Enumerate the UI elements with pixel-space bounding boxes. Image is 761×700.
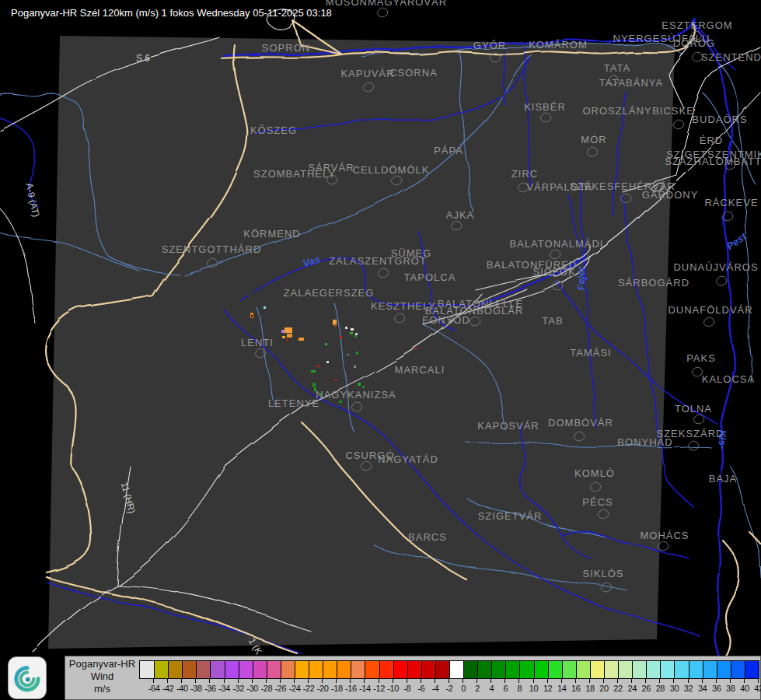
city-label: KOMÁROM: [529, 39, 588, 51]
scale-swatch: [548, 661, 562, 678]
scale-label: 42: [754, 684, 761, 693]
scale-label: -38: [190, 684, 202, 693]
city-label: SIÓFOK: [532, 266, 575, 278]
city-label: TATABÁNYA: [599, 77, 663, 89]
city-label: NAGYKANIZSA: [316, 389, 396, 401]
city-label: CSORNA: [389, 67, 438, 79]
scale-label: -64: [148, 684, 160, 693]
scale-label: -14: [359, 684, 371, 693]
echo-pixel: [350, 332, 353, 334]
scale-label: -36: [204, 684, 216, 693]
scale-swatch: [703, 661, 717, 678]
city-label: SZOMBATHELY: [253, 168, 336, 180]
city-label: BAJA: [709, 473, 738, 485]
city-label: LENTI: [241, 337, 274, 348]
legend-panel: Poganyvar-HR Wind m/s -64-42-40-38-36-34…: [65, 656, 761, 700]
echo-pixel: [355, 333, 358, 335]
city-label: KŐSZEG: [250, 124, 297, 136]
radar-viewer: MOSONMAGYARÓVÁRSOPRONKAPUVÁRCSORNAGYŐRKO…: [0, 0, 761, 700]
city-label: TAPOLCA: [404, 271, 456, 283]
legend-radar-name: Poganyvar-HR: [65, 658, 139, 670]
city-label: AJKA: [446, 209, 475, 221]
city-label: FONYÓD: [422, 314, 470, 326]
echo-pixel: [311, 370, 316, 373]
scale-swatch: [407, 661, 421, 678]
scale-swatch: [717, 661, 731, 678]
echo-pixel: [298, 338, 304, 341]
scale-swatch: [154, 661, 168, 678]
county-label: Fejér: [575, 266, 587, 291]
scale-label: -42: [162, 684, 174, 693]
city-label: SÁRBOGÁRD: [618, 277, 689, 289]
scale-swatch: [210, 661, 224, 678]
echo-pixel: [316, 366, 319, 367]
city-label: OROSZLÁNY: [582, 105, 651, 117]
scale-label: 10: [529, 684, 538, 693]
city-label: KISBÉR: [524, 101, 566, 113]
city-label: GÁRDONY: [642, 189, 699, 201]
city-label: SZENTGOTTHÁRD: [162, 243, 262, 255]
city-label: SZÁZHALOMBATTA: [665, 156, 761, 167]
scale-label: 26: [642, 684, 651, 693]
echo-pixel: [334, 380, 337, 381]
echo-pixel: [287, 334, 292, 338]
scale-swatch: [351, 661, 365, 678]
scale-swatch: [225, 661, 239, 678]
scale-label: -28: [260, 684, 272, 693]
city-label: DOMBÓVÁR: [548, 417, 613, 429]
scale-swatch: [196, 661, 210, 678]
scale-swatch: [463, 661, 477, 678]
scale-label: 6: [504, 684, 508, 693]
scale-label: 14: [557, 684, 566, 693]
radar-coverage-area: [48, 36, 675, 649]
radar-map[interactable]: MOSONMAGYARÓVÁRSOPRONKAPUVÁRCSORNAGYŐRKO…: [0, 0, 761, 700]
city-label: BONYHÁD: [617, 436, 672, 448]
scale-swatch: [576, 661, 590, 678]
scale-label: 12: [543, 684, 552, 693]
scale-swatch: [253, 661, 267, 678]
echo-pixel: [354, 335, 357, 338]
city-label: LETENYE: [268, 397, 319, 409]
echo-pixel: [347, 354, 349, 355]
city-label: KOMLÓ: [574, 467, 615, 479]
city-label: MARCALI: [395, 364, 445, 376]
scale-label: -34: [218, 684, 230, 693]
city-label: KALOCSA: [702, 373, 755, 385]
city-label: SOPRON: [262, 42, 310, 54]
scale-label: 4: [489, 684, 494, 693]
scale-swatch: [281, 661, 295, 678]
scale-swatch: [267, 661, 281, 678]
echo-pixel: [345, 327, 347, 329]
city-label: KÖRMEND: [243, 228, 300, 240]
city-label: TAMÁSI: [570, 347, 611, 359]
scale-label: 38: [726, 684, 735, 693]
city-label: SIKLÓS: [583, 568, 624, 579]
city-label: KAPOSVÁR: [477, 420, 539, 432]
city-label: DOROG: [673, 37, 715, 49]
city-label: SZENTENDRE: [701, 51, 761, 63]
city-label: ZIRC: [511, 168, 538, 180]
city-label: ZALAEGERSZEG: [284, 287, 375, 299]
timestamp-title: Poganyvar-HR Szél 120km (m/s) 1 fokos We…: [11, 7, 332, 19]
scale-label: 40: [740, 684, 749, 693]
scale-label: -4: [431, 684, 438, 693]
city-label: BUDAÖRS: [692, 114, 747, 125]
legend-product: Wind: [65, 670, 139, 683]
scale-swatch: [168, 661, 182, 678]
scale-swatch: [562, 661, 576, 678]
scale-swatch: [421, 661, 435, 678]
scale-label: -26: [275, 684, 287, 693]
scale-swatch: [365, 661, 379, 678]
scale-swatch: [295, 661, 309, 678]
city-label: DUNAFÖLDVÁR: [668, 304, 752, 316]
scale-swatch: [745, 661, 759, 678]
app-logo[interactable]: [8, 656, 47, 699]
echo-pixel: [339, 401, 342, 403]
scale-swatch: [674, 661, 688, 678]
legend-text: Poganyvar-HR Wind m/s: [65, 658, 139, 695]
city-label: TATA: [604, 62, 630, 74]
scale-label: 24: [627, 684, 636, 693]
scale-swatch: [337, 661, 351, 678]
city-label: CELLDÖMÖLK: [353, 164, 430, 176]
echo-pixel: [354, 366, 356, 368]
